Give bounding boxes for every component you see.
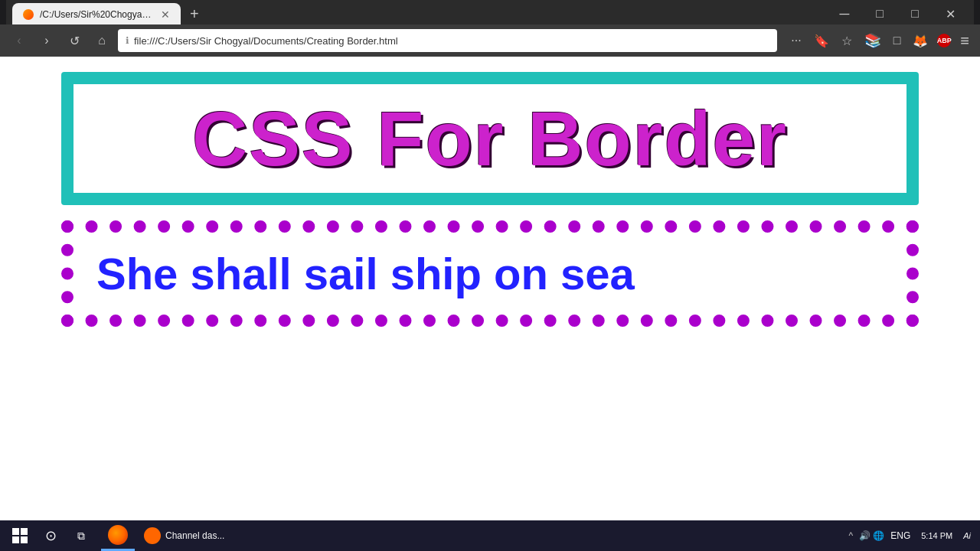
close-button[interactable]: ✕	[933, 2, 968, 26]
paragraph-text: She shall sail ship on sea	[96, 248, 635, 299]
forward-button[interactable]: ›	[35, 29, 58, 52]
browser-tab[interactable]: /C:/Users/Sir%20Chogyal/Docume ✕	[12, 3, 181, 26]
adblock-label: ABP	[937, 37, 952, 44]
dotted-border-section: She shall sail ship on sea	[61, 220, 919, 327]
heading-border-inner: CSS For Border	[74, 84, 906, 193]
star-button[interactable]: ☆	[838, 31, 855, 51]
volume-icon[interactable]: 🔊	[858, 530, 871, 542]
tab-close-button[interactable]: ✕	[161, 8, 170, 21]
windows-icon	[12, 528, 28, 543]
containers-button[interactable]: □	[890, 31, 904, 51]
back-button[interactable]: ‹	[8, 29, 31, 52]
language-indicator[interactable]: ENG	[887, 529, 913, 543]
search-icon: ⊙	[45, 527, 57, 544]
nav-bar: ‹ › ↺ ⌂ ℹ file:///C:/Users/Sir Chogyal/D…	[0, 24, 980, 57]
system-tray: ^ 🔊 🌐 ENG 5:14 PM Ai	[844, 529, 974, 543]
maximize-button2[interactable]: □	[897, 2, 933, 26]
ai-badge[interactable]: Ai	[960, 530, 974, 542]
nav-icons-right: ··· 🔖 ☆ 📚 □ 🦊 ABP ≡	[788, 29, 972, 53]
taskbar-pinned-apps	[101, 520, 135, 551]
reload-button[interactable]: ↺	[63, 29, 86, 52]
chevron-up-icon[interactable]: ^	[844, 530, 857, 542]
task-view-button[interactable]: ⧉	[67, 522, 95, 549]
new-tab-button[interactable]: +	[184, 2, 205, 26]
pocket-button[interactable]: 🔖	[811, 31, 832, 51]
firefox-icon	[108, 525, 128, 545]
taskbar-firefox[interactable]	[101, 520, 135, 551]
clock-time: 5:14 PM	[921, 530, 952, 541]
page-heading: CSS For Border	[192, 96, 788, 181]
title-bar: /C:/Users/Sir%20Chogyal/Docume ✕ + ─ □ □…	[0, 0, 980, 24]
task-view-icon: ⧉	[77, 530, 85, 543]
library-button[interactable]: 📚	[861, 29, 884, 52]
search-button[interactable]: ⊙	[37, 522, 64, 549]
lock-icon: ℹ	[126, 35, 129, 46]
menu-button[interactable]: ≡	[957, 29, 972, 53]
channel-app-icon	[144, 527, 161, 544]
page-content: CSS For Border She shall sail ship on se…	[0, 57, 980, 520]
home-button[interactable]: ⌂	[90, 29, 113, 52]
heading-border-outer: CSS For Border	[61, 72, 919, 205]
firefox-account-button[interactable]: 🦊	[910, 31, 931, 51]
channel-app-label: Channel das...	[165, 530, 224, 541]
url-text: file:///C:/Users/Sir Chogyal/Documents/C…	[134, 35, 769, 47]
taskbar-channel-app[interactable]: Channel das...	[138, 526, 230, 546]
tab-favicon	[23, 9, 34, 20]
tab-title: /C:/Users/Sir%20Chogyal/Docume	[40, 9, 152, 20]
minimize-button[interactable]: ─	[827, 2, 862, 26]
adblock-badge[interactable]: ABP	[937, 34, 951, 47]
start-button[interactable]	[6, 522, 34, 549]
more-button[interactable]: ···	[788, 31, 804, 51]
network-icon[interactable]: 🌐	[872, 530, 884, 542]
notification-area: ^ 🔊 🌐	[844, 530, 884, 542]
address-bar[interactable]: ℹ file:///C:/Users/Sir Chogyal/Documents…	[118, 29, 777, 52]
maximize-button[interactable]: □	[862, 2, 897, 26]
system-clock[interactable]: 5:14 PM	[916, 529, 957, 543]
taskbar: ⊙ ⧉ Channel das... ^ 🔊 🌐 ENG 5:14 PM Ai	[0, 520, 980, 551]
